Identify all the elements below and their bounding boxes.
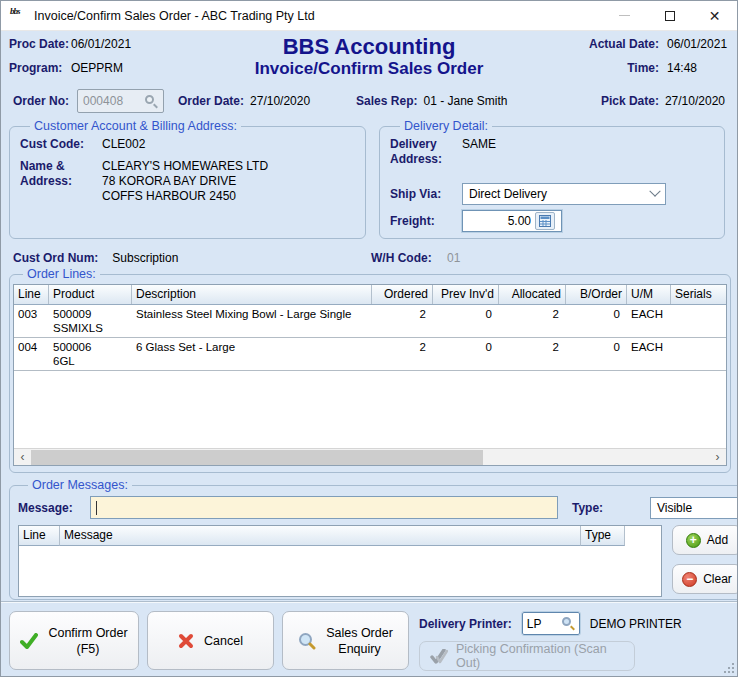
titlebar[interactable]: bbs Invoice/Confirm Sales Order - ABC Tr… bbox=[1, 1, 737, 31]
order-line-row[interactable]: 003 500009SSMIXLS Stainless Steel Mixing… bbox=[14, 305, 726, 338]
type-label: Type: bbox=[572, 501, 644, 515]
actual-date: Actual Date: 06/01/2021 bbox=[589, 37, 729, 61]
calculator-icon bbox=[539, 215, 551, 227]
message-label: Message: bbox=[18, 501, 90, 515]
close-button[interactable]: ✕ bbox=[692, 1, 737, 30]
name-address-label: Name & Address: bbox=[20, 159, 102, 204]
add-button[interactable]: + Add bbox=[672, 525, 738, 555]
gray-check-icon bbox=[430, 649, 448, 664]
search-icon[interactable] bbox=[145, 95, 158, 108]
ship-via-select[interactable]: Direct Delivery bbox=[462, 183, 666, 205]
sales-rep-label: Sales Rep: bbox=[356, 94, 417, 108]
footer-bar: Confirm Order(F5) Cancel Sales OrderEnqu… bbox=[1, 601, 737, 676]
app-title: BBS Accounting bbox=[129, 35, 609, 59]
program: Program: OEPPRM bbox=[9, 61, 131, 85]
cust-ord-num-label: Cust Ord Num: bbox=[13, 251, 98, 265]
sales-order-enquiry-button[interactable]: Sales OrderEnquiry bbox=[282, 611, 409, 670]
clear-button[interactable]: − Clear bbox=[672, 564, 738, 594]
message-input[interactable] bbox=[91, 497, 557, 518]
delivery-detail-legend: Delivery Detail: bbox=[400, 119, 492, 133]
wh-code-value: 01 bbox=[447, 251, 460, 265]
proc-date: Proc Date: 06/01/2021 bbox=[9, 37, 131, 61]
header: Proc Date: 06/01/2021 Program: OEPPRM BB… bbox=[9, 37, 729, 87]
ship-via-label: Ship Via: bbox=[390, 187, 462, 201]
messages-table[interactable]: Line Message Type bbox=[18, 525, 662, 597]
picking-confirmation-button: Picking Confirmation (Scan Out) bbox=[419, 641, 635, 671]
delivery-address-label: Delivery Address: bbox=[390, 137, 462, 167]
time: Time: 14:48 bbox=[589, 61, 729, 85]
scroll-right-arrow[interactable]: › bbox=[709, 449, 726, 466]
sales-rep-value: 01 - Jane Smith bbox=[423, 94, 507, 108]
check-icon bbox=[20, 633, 38, 649]
delivery-printer-label: Delivery Printer: bbox=[419, 617, 512, 631]
ship-via-value: Direct Delivery bbox=[469, 187, 547, 201]
search-icon[interactable] bbox=[562, 617, 575, 630]
text-caret bbox=[96, 501, 97, 515]
order-line-row[interactable]: 004 5000066GL 6 Glass Set - Large 2 0 2 … bbox=[14, 338, 726, 371]
chevron-down-icon bbox=[649, 186, 660, 197]
magnifier-icon bbox=[298, 632, 316, 650]
scroll-left-arrow[interactable]: ‹ bbox=[14, 449, 31, 466]
plus-icon: + bbox=[686, 533, 701, 548]
order-no-value: 000408 bbox=[83, 94, 123, 108]
x-icon bbox=[178, 633, 194, 649]
window-title: Invoice/Confirm Sales Order - ABC Tradin… bbox=[34, 9, 315, 23]
wh-code-label: W/H Code: bbox=[371, 251, 432, 265]
order-lines-header[interactable]: Line Product Description Ordered Prev In… bbox=[14, 285, 726, 305]
delivery-printer-code: LP bbox=[527, 617, 542, 631]
cust-code-label: Cust Code: bbox=[20, 137, 102, 151]
freight-input[interactable] bbox=[463, 214, 535, 228]
freight-label: Freight: bbox=[390, 214, 462, 228]
horizontal-scrollbar[interactable]: ‹ › bbox=[14, 448, 726, 465]
cust-ord-num-value: Subscription bbox=[112, 251, 178, 265]
maximize-button[interactable] bbox=[647, 1, 692, 30]
order-lines-legend: Order Lines: bbox=[23, 267, 100, 281]
confirm-order-button[interactable]: Confirm Order(F5) bbox=[9, 611, 139, 670]
message-input-wrap bbox=[90, 496, 558, 519]
cust-code-value: CLE002 bbox=[102, 137, 145, 151]
customer-billing-group: Customer Account & Billing Address: Cust… bbox=[9, 119, 366, 239]
order-date-value: 27/10/2020 bbox=[250, 94, 310, 108]
order-lines-group: Order Lines: Line Product Description Or… bbox=[9, 267, 731, 473]
order-lines-table: Line Product Description Ordered Prev In… bbox=[13, 284, 727, 466]
delivery-printer-name: DEMO PRINTER bbox=[590, 617, 682, 631]
calculator-button[interactable] bbox=[535, 212, 555, 230]
scrollbar-thumb[interactable] bbox=[31, 450, 483, 465]
order-bar: Order No: 000408 Order Date: 27/10/2020 … bbox=[13, 88, 729, 114]
delivery-detail-group: Delivery Detail: Delivery Address: SAME … bbox=[379, 119, 725, 239]
minus-icon: − bbox=[682, 572, 697, 587]
name-address-value: CLEARY'S HOMEWARES LTD 78 KORORA BAY DRI… bbox=[102, 159, 268, 204]
cancel-button[interactable]: Cancel bbox=[147, 611, 274, 670]
freight-field[interactable] bbox=[462, 210, 562, 232]
messages-table-header: Line Message Type bbox=[19, 526, 661, 546]
order-messages-group: Order Messages: Message: Type: Visible L… bbox=[9, 478, 738, 600]
order-messages-legend: Order Messages: bbox=[28, 478, 132, 492]
customer-billing-legend: Customer Account & Billing Address: bbox=[30, 119, 241, 133]
resize-grip[interactable] bbox=[724, 663, 734, 673]
delivery-address-value: SAME bbox=[462, 137, 496, 151]
minimize-button[interactable] bbox=[602, 1, 647, 30]
type-value: Visible bbox=[657, 501, 692, 515]
pick-date-value: 27/10/2020 bbox=[665, 94, 725, 108]
order-info-row: Cust Ord Num: Subscription W/H Code: 01 bbox=[13, 251, 729, 265]
app-window: bbs Invoice/Confirm Sales Order - ABC Tr… bbox=[0, 0, 738, 677]
delivery-printer-field[interactable]: LP bbox=[522, 612, 580, 635]
app-icon: bbs bbox=[10, 8, 27, 24]
order-no-field[interactable]: 000408 bbox=[77, 89, 164, 113]
order-date-label: Order Date: bbox=[178, 94, 244, 108]
order-no-label: Order No: bbox=[13, 94, 69, 108]
pick-date-label: Pick Date: bbox=[601, 94, 659, 108]
type-select[interactable]: Visible bbox=[650, 497, 738, 519]
screen-title: Invoice/Confirm Sales Order bbox=[129, 59, 609, 79]
